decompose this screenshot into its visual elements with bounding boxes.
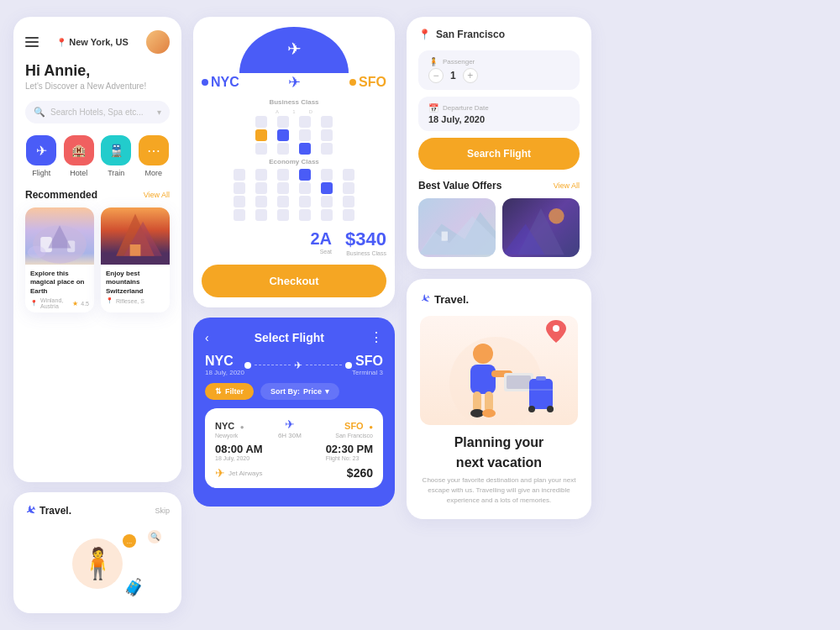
business-seat-grid: A1D [202, 109, 386, 155]
travel-brand-card: ✈ Travel. [407, 279, 591, 519]
passenger-label: 🧍 Passenger [428, 57, 570, 66]
travel-logo: ✈ Travel. [25, 504, 71, 517]
rec-card-2-title: Enjoy best mountains Switzerland [106, 270, 165, 296]
fi-flight-icon: ✈ [285, 417, 295, 431]
recommended-card-1[interactable]: Explore this magical place on Earth 📍 Wi… [25, 207, 94, 312]
best-value-grid [418, 198, 580, 257]
flight-filters: ⇅ Filter Sort By: Price ▾ [205, 383, 383, 400]
sf-from: NYC 18 July, 2020 [205, 354, 244, 376]
location-row: 📍 New York, US [56, 37, 129, 47]
category-hotel[interactable]: 🏨 Hotel [63, 135, 96, 177]
back-button[interactable]: ‹ [205, 331, 209, 344]
seat-2C[interactable] [299, 129, 311, 141]
seat-3D[interactable] [321, 143, 333, 155]
business-class-label: Business Class [202, 98, 386, 106]
travel-logo-text: Travel. [39, 505, 71, 517]
checkout-button[interactable]: Checkout [202, 265, 386, 297]
seat-1C[interactable] [299, 116, 311, 128]
flight-item[interactable]: NYC ● Newyork ✈ 6H 30M SFO ● San Francis… [205, 408, 383, 488]
flight-route-icon: ✈ [288, 73, 301, 92]
avatar[interactable] [146, 30, 170, 54]
seat-map-card: ✈ NYC ✈ SFO Business Class A1D [193, 17, 395, 307]
seat-3B[interactable] [277, 143, 289, 155]
economy-seat-grid [202, 169, 386, 221]
category-train[interactable]: 🚆 Train [100, 135, 133, 177]
passenger-increase-button[interactable]: + [463, 68, 478, 83]
filter-label: Filter [225, 387, 244, 396]
brand-illustration [420, 316, 578, 425]
seat-price-class: Business Class [346, 250, 386, 256]
fi-airline-row: ✈ Jet Airways [215, 466, 262, 480]
sort-button[interactable]: Sort By: Price ▾ [260, 383, 339, 400]
best-value-card-1[interactable] [418, 198, 496, 257]
best-value-card-2[interactable] [502, 198, 580, 257]
luggage-icon: 🧳 [123, 577, 144, 597]
seat-1B[interactable] [277, 116, 289, 128]
best-value-view-all[interactable]: View All [554, 181, 580, 190]
seat-row-2 [202, 129, 386, 141]
category-flight[interactable]: ✈ Flight [25, 135, 58, 177]
fi-dep: 08:00 AM 18 July, 2020 [215, 443, 263, 461]
sf-terminal: Terminal 3 [352, 369, 383, 376]
seat-2A-selected[interactable] [255, 129, 267, 141]
rec-card-2-location: Riflesee, S [116, 298, 144, 304]
passenger-decrease-button[interactable]: − [428, 68, 444, 83]
category-flight-label: Flight [32, 169, 50, 177]
more-options-icon[interactable]: ⋮ [370, 329, 383, 345]
route-start-dot [244, 362, 251, 369]
eco-row-2 [202, 182, 386, 194]
planning-heading: Planning your next vacation [420, 435, 578, 470]
seat-row-header: A1D [202, 109, 386, 114]
rec-card-2-meta: 📍 Riflesee, S [106, 297, 165, 304]
arch-decoration: ✈ [202, 27, 386, 73]
search-flight-button[interactable]: Search Flight [418, 138, 580, 170]
seat-row-1 [202, 116, 386, 128]
seat-3C[interactable] [299, 143, 311, 155]
recommended-view-all[interactable]: View All [144, 191, 170, 199]
rec-pin-icon: 📍 [30, 300, 38, 307]
sf-from-date: 18 July, 2020 [205, 369, 244, 376]
fi-airline-name: Jet Airways [228, 470, 262, 477]
eco-row-1 [202, 169, 386, 181]
hamburger-icon[interactable] [25, 37, 39, 47]
fi-dep-time: 08:00 AM [215, 443, 263, 455]
rec-card-1-info: Explore this magical place on Earth 📍 Wi… [25, 265, 94, 312]
sf-to-city: SFO [352, 354, 383, 369]
svg-rect-28 [529, 379, 553, 409]
svg-point-32 [547, 406, 554, 412]
seat-2B[interactable] [277, 129, 289, 141]
fi-to-city: SFO [344, 421, 364, 431]
svg-point-27 [482, 409, 496, 417]
best-value-header: Best Value Offers View All [418, 180, 580, 192]
best-value-title: Best Value Offers [418, 180, 501, 192]
seat-1A[interactable] [255, 116, 267, 128]
svg-rect-20 [470, 365, 496, 394]
notification-dot: ... [123, 534, 136, 548]
passenger-input-group: 🧍 Passenger − 1 + [418, 50, 580, 90]
fi-duration-center: ✈ 6H 30M [278, 417, 302, 439]
train-icon: 🚆 [101, 135, 131, 165]
flight-route-plane-icon: ✈ [294, 360, 302, 371]
fi-to: SFO ● San Francisco [335, 417, 373, 438]
svg-point-33 [553, 325, 559, 332]
svg-rect-29 [536, 376, 546, 381]
destination-name: San Francisco [436, 29, 505, 40]
search-bar[interactable]: 🔍 Search Hotels, Spa etc... ▾ [25, 101, 170, 123]
seat-1D[interactable] [321, 116, 333, 128]
filter-button[interactable]: ⇅ Filter [205, 383, 254, 400]
filter-icon: ⇅ [215, 387, 222, 396]
svg-point-26 [470, 409, 484, 417]
passenger-label-text: Passenger [443, 58, 475, 66]
person-figure-icon: 🧍 [79, 546, 117, 581]
sort-chevron-icon: ▾ [325, 387, 329, 396]
recommended-card-2[interactable]: Enjoy best mountains Switzerland 📍 Rifle… [101, 207, 170, 312]
travel-splash-card: ✈ Travel. Skip 🧍 ... 🔍 🧳 [13, 492, 181, 613]
skip-button[interactable]: Skip [155, 507, 170, 515]
fi-arr-time: 02:30 PM [326, 443, 373, 455]
fi-flight-no: Flight No: 23 [326, 455, 373, 461]
main-canvas: 📍 New York, US Hi Annie, Let's Discover … [0, 0, 840, 630]
seat-2D[interactable] [321, 129, 333, 141]
category-more[interactable]: ⋯ More [138, 135, 171, 177]
search-panel-card: 📍 San Francisco 🧍 Passenger − 1 + 📅 Depa… [407, 17, 591, 269]
seat-3A[interactable] [255, 143, 267, 155]
